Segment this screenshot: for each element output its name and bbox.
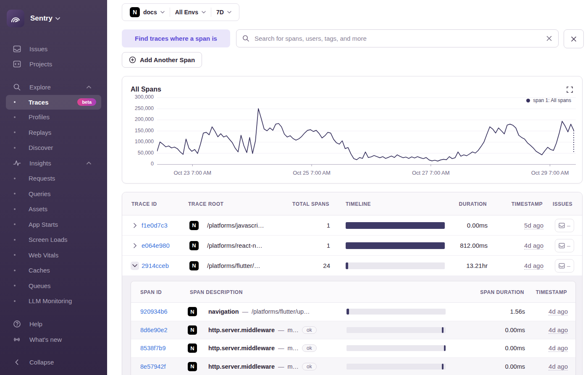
sidebar-item-label: Replays bbox=[29, 129, 51, 136]
span-table-header: SPAN ID SPAN DESCRIPTION SPAN DURATION T… bbox=[131, 281, 575, 303]
expand-row-icon[interactable] bbox=[131, 221, 139, 230]
separator: — bbox=[278, 327, 284, 333]
sidebar-item-label: Collapse bbox=[29, 359, 54, 366]
sidebar-item-help[interactable]: Help bbox=[0, 317, 107, 332]
span-row[interactable]: 8d6e90e2 N http.server.middleware — m… o… bbox=[131, 321, 575, 340]
issues-button[interactable]: – bbox=[555, 219, 574, 232]
sidebar-item-discover[interactable]: Discover bbox=[0, 140, 107, 156]
org-switcher[interactable]: Sentry bbox=[0, 0, 107, 30]
span-id-link[interactable]: 8e57942f bbox=[140, 363, 188, 370]
sidebar-item-web-vitals[interactable]: Web Vitals bbox=[0, 247, 107, 263]
chart-title: All Spans bbox=[131, 86, 161, 93]
expand-row-icon[interactable] bbox=[131, 241, 139, 250]
span-op: http.server.middleware bbox=[208, 363, 275, 370]
main-content: N docs All Envs 7D Find traces where a s… bbox=[107, 0, 588, 375]
collapse-row-icon[interactable] bbox=[131, 262, 139, 270]
sidebar-item-profiles[interactable]: Profiles bbox=[0, 110, 107, 125]
timestamp-link[interactable]: 4d ago bbox=[549, 308, 568, 315]
beta-badge: beta bbox=[77, 98, 96, 106]
sidebar-section-insights[interactable]: Insights bbox=[0, 155, 107, 171]
sidebar-item-replays[interactable]: Replays bbox=[0, 125, 107, 140]
trace-id-link[interactable]: e064e980 bbox=[142, 242, 189, 249]
col-duration: DURATION bbox=[459, 201, 487, 207]
sidebar-item-issues[interactable]: Issues bbox=[0, 41, 107, 57]
col-trace-id: TRACE ID bbox=[131, 201, 157, 207]
date-range-selector[interactable]: 7D bbox=[211, 6, 236, 18]
expand-chart-icon[interactable] bbox=[567, 87, 573, 93]
span-timeline-bar bbox=[346, 309, 446, 315]
sidebar-collapse-button[interactable]: Collapse bbox=[0, 355, 107, 370]
help-icon bbox=[12, 320, 22, 328]
issue-box-icon bbox=[559, 243, 565, 249]
issues-button[interactable]: – bbox=[555, 259, 574, 273]
sidebar-item-queues[interactable]: Queues bbox=[0, 278, 107, 294]
issues-button[interactable]: – bbox=[555, 239, 574, 252]
span-description: m… bbox=[287, 327, 299, 333]
span-timeline-bar bbox=[346, 364, 446, 370]
chevron-left-icon bbox=[12, 359, 22, 365]
nextjs-project-icon: N bbox=[188, 344, 197, 353]
search-icon bbox=[12, 83, 22, 91]
sidebar-item-queries[interactable]: Queries bbox=[0, 186, 107, 202]
sidebar-item-app-starts[interactable]: App Starts bbox=[0, 217, 107, 232]
sidebar-item-requests[interactable]: Requests bbox=[0, 171, 107, 186]
col-issues: ISSUES bbox=[553, 201, 572, 207]
sidebar-item-screen-loads[interactable]: Screen Loads bbox=[0, 232, 107, 248]
nextjs-project-icon: N bbox=[188, 307, 197, 316]
table-row[interactable]: f1e0d7c3 N /platforms/javascri… 1 0.00ms… bbox=[122, 215, 582, 236]
trace-id-link[interactable]: f1e0d7c3 bbox=[142, 222, 189, 229]
environment-selector[interactable]: All Envs bbox=[170, 6, 211, 18]
sidebar-item-caches[interactable]: Caches bbox=[0, 263, 107, 278]
timestamp-link[interactable]: 4d ago bbox=[524, 262, 543, 270]
sidebar-item-traces[interactable]: Traces beta bbox=[0, 95, 107, 110]
timeline-bar bbox=[346, 222, 445, 229]
org-name: Sentry bbox=[30, 14, 52, 23]
sidebar-item-assets[interactable]: Assets bbox=[0, 202, 107, 217]
bullet-icon bbox=[14, 178, 16, 179]
sidebar-section-explore[interactable]: Explore bbox=[0, 79, 107, 95]
chevron-down-icon bbox=[227, 11, 231, 13]
span-row[interactable]: 8e57942f N http.server.middleware — m… o… bbox=[131, 358, 575, 375]
span-id-link[interactable]: 8538f7b9 bbox=[140, 345, 188, 351]
timestamp-link[interactable]: 4d ago bbox=[549, 326, 568, 334]
add-another-span-button[interactable]: Add Another Span bbox=[122, 52, 202, 68]
issue-box-icon bbox=[559, 263, 565, 269]
chevron-down-icon bbox=[160, 11, 165, 13]
sidebar-item-projects[interactable]: Projects bbox=[0, 57, 107, 72]
duration: 812.00ms bbox=[445, 242, 488, 249]
sidebar-nav: Issues Projects Explore bbox=[0, 41, 107, 309]
bullet-icon bbox=[14, 223, 16, 225]
span-id-link[interactable]: 8d6e90e2 bbox=[140, 327, 188, 333]
sentry-logo-icon bbox=[7, 10, 24, 27]
span-row[interactable]: 920934b6 N navigation — /platforms/flutt… bbox=[131, 303, 575, 321]
span-id-link[interactable]: 920934b6 bbox=[140, 308, 188, 315]
timestamp-link[interactable]: 5d ago bbox=[524, 222, 543, 229]
sidebar-item-label: Help bbox=[29, 320, 42, 328]
separator: — bbox=[242, 308, 249, 315]
timestamp-link[interactable]: 4d ago bbox=[524, 242, 543, 249]
sidebar-item-llm-monitoring[interactable]: LLM Monitoring bbox=[0, 294, 107, 309]
table-row[interactable]: e064e980 N /platforms/react-n… 1 812.00m… bbox=[122, 236, 582, 256]
search-input[interactable] bbox=[254, 34, 546, 42]
projects-icon bbox=[12, 60, 22, 68]
search-icon bbox=[242, 35, 249, 42]
trace-root: /platforms/flutter/… bbox=[207, 262, 308, 269]
remove-span-filter-button[interactable] bbox=[564, 29, 584, 48]
environment-selector-value: All Envs bbox=[175, 9, 198, 16]
timestamp-link[interactable]: 4d ago bbox=[549, 344, 568, 352]
duration: 13.21hr bbox=[445, 262, 488, 269]
find-traces-button[interactable]: Find traces where a span is bbox=[122, 29, 230, 47]
span-row[interactable]: 8538f7b9 N http.server.middleware — m… o… bbox=[131, 339, 575, 358]
project-selector[interactable]: N docs bbox=[125, 6, 170, 18]
insights-icon bbox=[12, 159, 22, 167]
clear-search-icon[interactable] bbox=[546, 35, 552, 42]
total-spans: 1 bbox=[308, 222, 330, 229]
plus-circle-icon bbox=[129, 56, 136, 63]
bullet-icon bbox=[14, 116, 16, 118]
table-row-expanded[interactable]: 2914cceb N /platforms/flutter/… 24 13.21… bbox=[122, 256, 582, 276]
sidebar-item-label: Requests bbox=[29, 175, 55, 182]
trace-id-link[interactable]: 2914cceb bbox=[142, 262, 189, 269]
timestamp-link[interactable]: 4d ago bbox=[549, 363, 568, 370]
trace-root: /platforms/react-n… bbox=[207, 242, 308, 249]
sidebar-item-whats-new[interactable]: What's new bbox=[0, 332, 107, 347]
